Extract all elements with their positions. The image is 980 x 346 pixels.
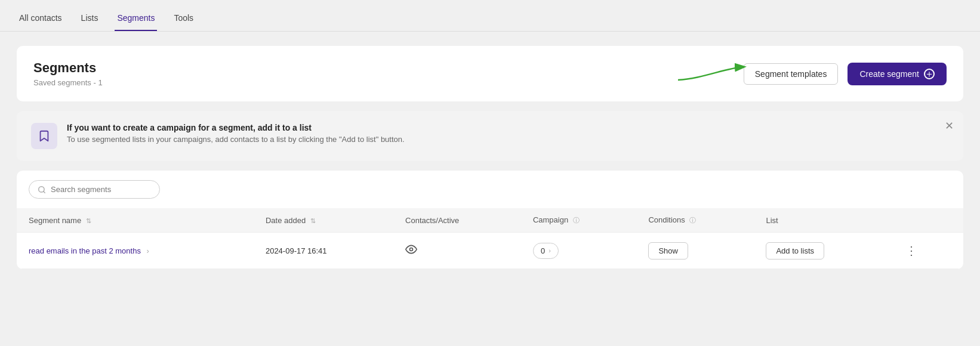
campaign-pill[interactable]: 0 ›: [533, 243, 559, 259]
col-conditions: Conditions ⓘ: [636, 208, 754, 233]
table-row: read emails in the past 2 months › 2024-…: [17, 233, 963, 269]
segment-templates-button[interactable]: Segment templates: [744, 63, 839, 85]
top-navigation: All contacts Lists Segments Tools: [0, 0, 980, 32]
sort-icon-date: ⇅: [310, 217, 316, 225]
segment-name-link[interactable]: read emails in the past 2 months: [29, 246, 141, 255]
green-arrow-icon: [678, 62, 750, 86]
nav-segments[interactable]: Segments: [115, 8, 157, 31]
nav-all-contacts[interactable]: All contacts: [17, 8, 64, 31]
campaign-chevron-icon: ›: [548, 247, 551, 254]
search-input[interactable]: [51, 185, 151, 194]
col-campaign: Campaign ⓘ: [521, 208, 636, 233]
search-bar-row: [17, 171, 963, 208]
col-segment-name: Segment name ⇅: [17, 208, 254, 233]
segments-subtitle: Saved segments - 1: [33, 78, 103, 87]
cell-list: Add to lists: [754, 233, 889, 269]
info-banner-subtitle: To use segmented lists in your campaigns…: [67, 135, 405, 144]
header-right: Segment templates Create segment ＋: [744, 63, 947, 85]
svg-point-3: [410, 248, 413, 251]
show-conditions-button[interactable]: Show: [648, 242, 688, 260]
col-list: List: [754, 208, 889, 233]
bookmark-icon: [38, 129, 51, 143]
segments-table: Segment name ⇅ Date added ⇅ Contacts/Act…: [17, 208, 963, 269]
cell-campaign: 0 ›: [521, 233, 636, 269]
segments-header-left: Segments Saved segments - 1: [33, 60, 103, 87]
campaign-count: 0: [541, 246, 545, 255]
help-icon-conditions[interactable]: ⓘ: [689, 216, 696, 225]
plus-circle-icon: ＋: [924, 69, 935, 79]
create-segment-label: Create segment: [859, 69, 919, 79]
add-to-lists-button[interactable]: Add to lists: [766, 242, 824, 260]
sort-icon-name: ⇅: [86, 217, 91, 225]
info-text: If you want to create a campaign for a s…: [67, 123, 405, 144]
cell-conditions: Show: [636, 233, 754, 269]
help-icon-campaign[interactable]: ⓘ: [573, 216, 580, 225]
cell-more: ⋮: [889, 233, 963, 269]
segments-header-card: Segments Saved segments - 1 Segment temp…: [17, 46, 963, 101]
col-date-added: Date added ⇅: [254, 208, 393, 233]
cell-contacts-active: [393, 233, 521, 269]
cell-date-added: 2024-09-17 16:41: [254, 233, 393, 269]
info-banner-title: If you want to create a campaign for a s…: [67, 123, 405, 132]
nav-lists[interactable]: Lists: [79, 8, 101, 31]
col-actions: [889, 208, 963, 233]
more-options-button[interactable]: ⋮: [901, 241, 922, 260]
cell-segment-name: read emails in the past 2 months ›: [17, 233, 254, 269]
search-input-wrap: [29, 180, 160, 199]
create-segment-button[interactable]: Create segment ＋: [848, 63, 947, 85]
info-banner-close-button[interactable]: ✕: [945, 121, 954, 131]
segments-title: Segments: [33, 60, 103, 76]
nav-tools[interactable]: Tools: [171, 8, 196, 31]
table-header-row: Segment name ⇅ Date added ⇅ Contacts/Act…: [17, 208, 963, 233]
eye-icon[interactable]: [405, 246, 417, 258]
main-content: Segments Saved segments - 1 Segment temp…: [0, 32, 980, 283]
info-banner: If you want to create a campaign for a s…: [17, 111, 963, 161]
chevron-right-icon: ›: [147, 246, 149, 255]
visibility-icon: [405, 243, 417, 255]
bookmark-icon-box: [31, 123, 57, 149]
svg-line-2: [44, 191, 45, 193]
segments-table-card: Segment name ⇅ Date added ⇅ Contacts/Act…: [17, 171, 963, 269]
col-contacts-active: Contacts/Active: [393, 208, 521, 233]
search-icon: [38, 186, 46, 194]
